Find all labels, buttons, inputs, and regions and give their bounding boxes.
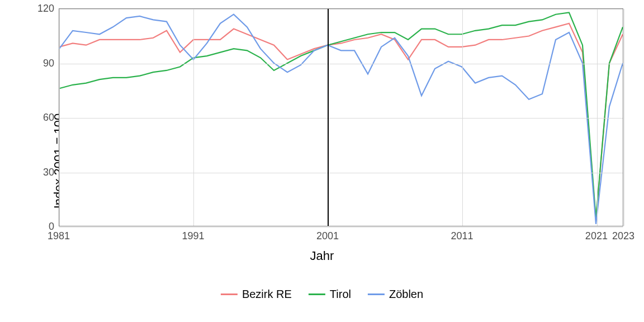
x-tick-label: 2001 (316, 230, 339, 242)
legend-label: Tirol (330, 288, 351, 301)
gridline-h (59, 9, 623, 10)
legend-swatch (221, 293, 238, 295)
gridline-h (59, 227, 623, 228)
y-tick-label: 30 (32, 166, 54, 178)
series-Zöblen (59, 15, 623, 224)
legend-swatch (368, 293, 385, 295)
gridline-v (597, 9, 598, 226)
y-tick-label: 90 (32, 57, 54, 69)
x-axis-title: Jahr (310, 249, 334, 263)
y-tick-label: 120 (32, 3, 54, 15)
legend-label: Zöblen (389, 288, 423, 301)
legend-label: Bezirk RE (242, 288, 292, 301)
x-tick-label: 1981 (48, 230, 70, 242)
legend-swatch (309, 293, 325, 295)
x-tick-label: 2021 (585, 230, 608, 242)
gridline-v (624, 9, 624, 226)
x-tick-label: 2011 (451, 230, 473, 242)
legend-item: Zöblen (368, 288, 423, 301)
gridline-h (59, 173, 623, 173)
gridline-h (59, 118, 623, 119)
gridline-h (59, 64, 623, 64)
x-tick-label: 2023 (612, 230, 634, 242)
gridline-v (59, 9, 60, 226)
gridline-v (193, 9, 194, 226)
legend: Bezirk RETirolZöblen (221, 288, 423, 301)
series-Bezirk RE (59, 23, 623, 220)
gridline-v (462, 9, 463, 226)
x-tick-label: 1991 (182, 230, 204, 242)
line-chart: Index 2001 = 100 Jahr Bezirk RETirolZöbl… (0, 0, 644, 322)
chart-lines (59, 9, 623, 226)
reference-line (328, 9, 329, 226)
plot-area (59, 8, 623, 226)
legend-item: Bezirk RE (221, 288, 292, 301)
legend-item: Tirol (309, 288, 351, 301)
y-tick-label: 60 (32, 112, 54, 124)
